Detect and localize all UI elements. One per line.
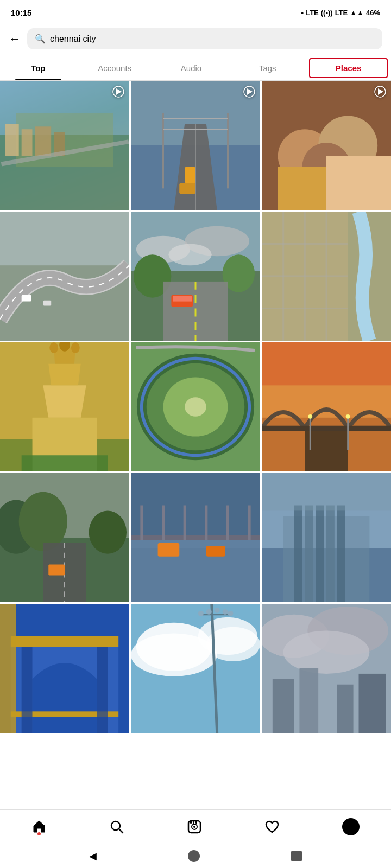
- svg-rect-101: [294, 506, 302, 603]
- svg-marker-53: [43, 385, 86, 418]
- tab-audio[interactable]: Audio: [153, 57, 230, 79]
- reels-icon: [187, 819, 202, 834]
- svg-marker-54: [48, 364, 81, 386]
- svg-point-75: [308, 414, 312, 419]
- svg-rect-17: [185, 167, 195, 183]
- svg-line-137: [119, 829, 123, 833]
- status-lte1: LTE: [306, 9, 319, 17]
- grid-item-5[interactable]: [131, 212, 260, 341]
- android-recents-button[interactable]: [291, 851, 302, 861]
- grid-item-3[interactable]: [262, 81, 391, 210]
- status-bar: 10:15 • LTE ((•)) LTE ▲▲ 46%: [0, 0, 391, 24]
- svg-rect-61: [97, 439, 130, 472]
- svg-point-140: [193, 826, 195, 828]
- grid-item-15[interactable]: [262, 604, 391, 733]
- svg-point-122: [198, 611, 204, 616]
- android-nav-bar: ◀: [0, 844, 391, 868]
- svg-rect-25: [326, 156, 391, 210]
- svg-rect-111: [22, 647, 33, 733]
- svg-rect-41: [173, 296, 192, 302]
- svg-rect-142: [193, 821, 194, 824]
- status-wifi: ((•)): [321, 9, 333, 17]
- svg-rect-88: [131, 548, 260, 602]
- svg-rect-59: [22, 455, 108, 471]
- reel-icon-3: [374, 85, 387, 101]
- svg-rect-133: [299, 668, 318, 733]
- svg-point-82: [89, 510, 127, 553]
- svg-rect-60: [0, 439, 33, 472]
- bottom-nav: [0, 809, 391, 844]
- tab-accounts[interactable]: Accounts: [77, 57, 153, 79]
- svg-point-124: [215, 608, 220, 613]
- grid-item-12[interactable]: [262, 473, 391, 602]
- svg-rect-89: [131, 535, 260, 540]
- nav-profile[interactable]: [342, 818, 360, 835]
- status-battery: 46%: [366, 9, 380, 17]
- tabs-container: Top Accounts Audio Tags Places: [0, 56, 391, 81]
- svg-point-58: [71, 342, 80, 353]
- svg-point-65: [185, 397, 206, 417]
- svg-rect-105: [337, 506, 345, 603]
- grid-item-7[interactable]: [0, 342, 129, 471]
- grid-item-9[interactable]: [262, 342, 391, 471]
- svg-rect-5: [35, 126, 51, 156]
- search-box[interactable]: 🔍 chennai city: [27, 28, 382, 49]
- svg-rect-103: [316, 506, 324, 603]
- nav-search[interactable]: [109, 819, 124, 834]
- svg-rect-106: [262, 473, 391, 510]
- svg-rect-73: [305, 431, 348, 471]
- svg-rect-113: [0, 604, 16, 733]
- svg-rect-134: [337, 685, 354, 733]
- svg-rect-28: [0, 212, 129, 265]
- svg-point-56: [49, 342, 58, 353]
- svg-rect-72: [262, 426, 391, 431]
- svg-rect-3: [5, 124, 19, 156]
- search-icon: 🔍: [35, 34, 46, 44]
- nav-likes[interactable]: [264, 819, 280, 834]
- status-time: 10:15: [11, 8, 31, 17]
- grid-item-10[interactable]: [0, 473, 129, 602]
- status-dot: •: [301, 9, 304, 17]
- tab-top[interactable]: Top: [0, 57, 77, 79]
- grid-item-1[interactable]: [0, 81, 129, 210]
- back-button[interactable]: ←: [9, 32, 21, 46]
- profile-avatar: [342, 818, 360, 835]
- svg-rect-141: [190, 821, 192, 824]
- svg-rect-132: [273, 679, 294, 733]
- status-signal: ▲▲: [350, 9, 364, 17]
- grid-item-8[interactable]: [131, 342, 260, 471]
- search-bar-container: ← 🔍 chennai city: [0, 24, 391, 56]
- android-back-button[interactable]: ◀: [89, 850, 97, 862]
- svg-rect-85: [48, 565, 65, 576]
- nav-home[interactable]: [31, 819, 47, 834]
- tab-tags[interactable]: Tags: [229, 57, 306, 79]
- svg-point-123: [206, 609, 212, 615]
- svg-rect-102: [305, 506, 313, 603]
- svg-rect-24: [278, 167, 332, 210]
- svg-point-126: [228, 611, 234, 616]
- grid-item-11[interactable]: [131, 473, 260, 602]
- tab-places[interactable]: Places: [309, 58, 388, 78]
- search-nav-icon: [109, 819, 124, 834]
- grid-item-14[interactable]: [131, 604, 260, 733]
- reel-icon-2: [243, 85, 256, 101]
- nav-reels[interactable]: [187, 819, 202, 834]
- svg-point-77: [346, 414, 350, 419]
- svg-rect-29: [22, 295, 31, 302]
- android-home-button[interactable]: [188, 850, 200, 862]
- grid-item-2[interactable]: [131, 81, 260, 210]
- svg-rect-104: [326, 506, 335, 603]
- svg-point-35: [168, 244, 211, 266]
- svg-rect-112: [97, 647, 108, 733]
- status-lte2: LTE: [335, 9, 348, 17]
- svg-rect-109: [11, 636, 118, 647]
- svg-rect-4: [22, 129, 33, 156]
- grid-item-13[interactable]: [0, 604, 129, 733]
- grid-item-4[interactable]: [0, 212, 129, 341]
- grid-item-6[interactable]: [262, 212, 391, 341]
- svg-rect-97: [206, 546, 225, 557]
- svg-point-125: [223, 609, 228, 615]
- svg-rect-143: [195, 821, 197, 824]
- status-right: • LTE ((•)) LTE ▲▲ 46%: [301, 9, 380, 17]
- svg-rect-135: [359, 674, 386, 733]
